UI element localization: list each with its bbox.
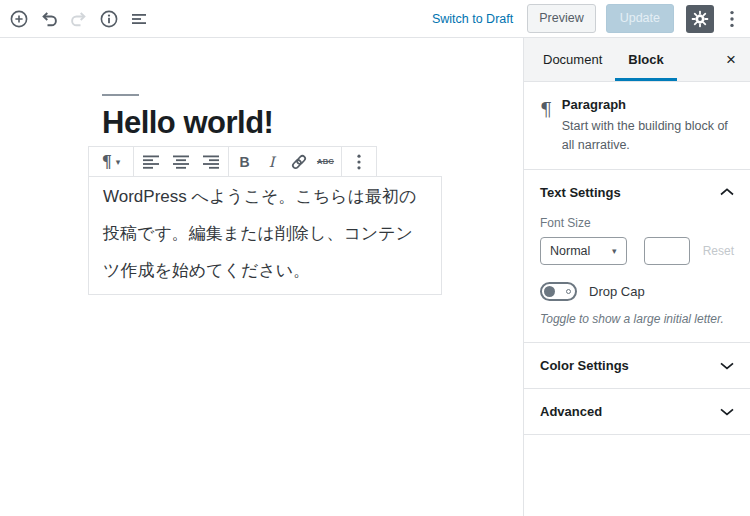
toggle-off-dot-icon [566,289,571,294]
content-structure-button[interactable] [125,5,153,33]
toggle-knob [544,286,555,297]
custom-font-size-input[interactable] [644,237,690,265]
alignment-group [134,147,229,176]
bold-button[interactable]: B [231,147,258,176]
advanced-header[interactable]: Advanced [524,389,750,434]
chevron-down-icon [720,408,734,416]
panel-title: Advanced [540,404,602,419]
block-more-options-button[interactable] [344,147,374,176]
italic-icon: I [269,154,275,170]
tab-document[interactable]: Document [530,38,615,81]
redo-button[interactable] [65,5,93,33]
align-right-icon [202,155,220,169]
drop-cap-toggle[interactable] [540,282,577,301]
block-type-button[interactable]: ¶ ▾ [91,147,131,176]
text-settings-header[interactable]: Text Settings [524,170,750,215]
chevron-down-icon: ▾ [116,157,121,167]
font-size-controls: Normal ▾ Reset [540,237,734,265]
font-size-select[interactable]: Normal ▾ [540,237,627,265]
chevron-up-icon [720,188,734,196]
tab-block[interactable]: Block [615,38,676,81]
preview-button[interactable]: Preview [527,4,595,32]
block-more-group [342,147,376,176]
panel-title: Text Settings [540,185,621,200]
strikethrough-button[interactable]: ABC [312,147,339,176]
italic-button[interactable]: I [258,147,285,176]
block-description-card: ¶ Paragraph Start with the building bloc… [524,82,750,170]
kebab-icon [357,154,361,170]
post-title-input[interactable]: Hello world! [102,106,442,140]
chevron-down-icon [720,362,734,370]
paragraph-block[interactable]: WordPress へようこそ。こちらは最初の投稿です。編集または削除し、コンテ… [88,176,442,295]
kebab-icon [730,10,734,28]
title-dash [102,94,139,96]
bold-icon: B [239,154,249,170]
color-settings-header[interactable]: Color Settings [524,343,750,388]
info-icon [99,9,119,29]
link-icon [290,153,308,171]
close-sidebar-button[interactable]: × [712,38,750,81]
undo-button[interactable] [35,5,63,33]
text-settings-panel: Text Settings Font Size Normal ▾ Reset [524,170,750,344]
post-content-column: Hello world! ¶ ▾ [88,94,442,295]
drop-cap-help-text: Toggle to show a large initial letter. [540,311,734,328]
pilcrow-icon: ¶ [540,97,562,155]
align-left-button[interactable] [136,147,166,176]
more-tools-button[interactable] [722,5,742,33]
paragraph-text: WordPress へようこそ。こちらは最初の投稿です。編集または削除し、コンテ… [103,187,416,280]
panel-title: Color Settings [540,358,629,373]
pilcrow-icon: ¶ [102,152,112,171]
header-actions: Switch to Draft Preview Update [432,4,742,32]
block-card-title: Paragraph [562,97,734,112]
align-center-button[interactable] [166,147,196,176]
header-toolbar [4,5,154,33]
align-right-button[interactable] [196,147,226,176]
redo-icon [69,9,89,29]
text-settings-body: Font Size Normal ▾ Reset Drop Cap Toggle… [524,215,750,343]
link-button[interactable] [285,147,312,176]
color-settings-panel: Color Settings [524,343,750,389]
settings-sidebar: Document Block × ¶ Paragraph Start with … [523,38,750,516]
advanced-panel: Advanced [524,389,750,435]
content-structure-icon [130,10,148,28]
settings-button[interactable] [686,5,714,33]
strikethrough-icon: ABC [317,157,334,166]
align-center-icon [172,155,190,169]
plus-circle-icon [9,9,29,29]
formatting-group: B I ABC [229,147,342,176]
font-size-reset-button[interactable]: Reset [703,244,734,258]
gear-icon [691,10,709,28]
font-size-label: Font Size [540,216,734,230]
editor-canvas: Hello world! ¶ ▾ [0,38,523,516]
drop-cap-label: Drop Cap [589,284,645,299]
editor-header: Switch to Draft Preview Update [0,0,750,38]
info-button[interactable] [95,5,123,33]
switch-to-draft-link[interactable]: Switch to Draft [432,12,513,26]
undo-icon [39,9,59,29]
select-arrow-icon: ▾ [612,246,617,256]
block-card-description: Start with the building block of all nar… [562,117,734,155]
align-left-icon [142,155,160,169]
sidebar-tabs: Document Block × [524,38,750,82]
block-toolbar: ¶ ▾ [88,146,377,177]
update-button[interactable]: Update [606,4,674,32]
font-size-selected-value: Normal [550,244,590,258]
close-icon: × [726,50,736,70]
block-switcher-group: ¶ ▾ [89,147,134,176]
inserter-button[interactable] [5,5,33,33]
drop-cap-row: Drop Cap [540,282,734,301]
